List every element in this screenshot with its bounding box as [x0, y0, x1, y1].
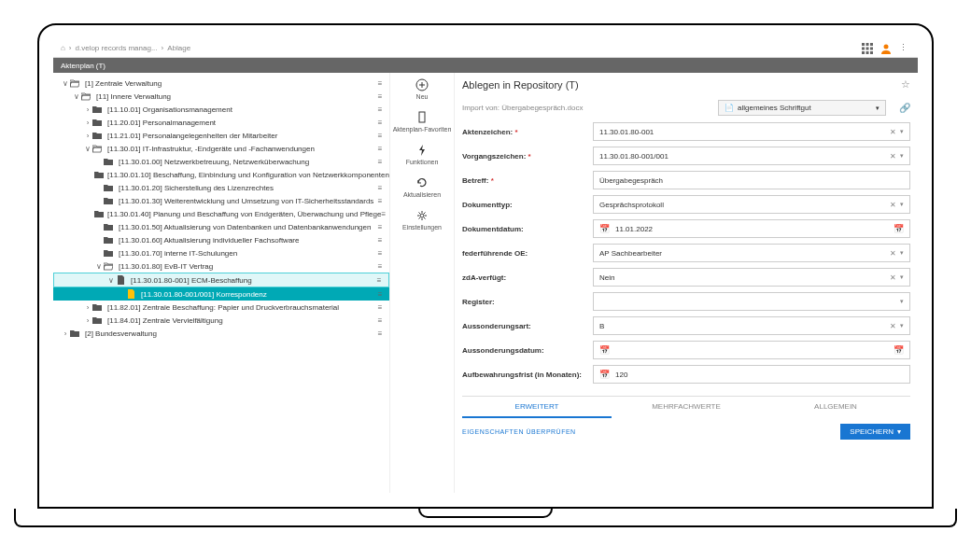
form-input-aufbewahrungsfrist[interactable]: 📅120 [593, 365, 910, 384]
tree-item[interactable]: [11.30.01.30] Weiterentwicklung und Umse… [53, 194, 389, 207]
tree-item[interactable]: ›[11.10.01] Organisationsmanagement≡ [53, 103, 389, 116]
tree-chevron-icon[interactable]: › [83, 316, 92, 325]
tree-menu-icon[interactable]: ≡ [374, 329, 386, 338]
tree-item[interactable]: ›[11.84.01] Zentrale Vervielfältigung≡ [53, 314, 389, 327]
save-button[interactable]: SPEICHERN ▾ [840, 424, 910, 440]
link-icon[interactable]: 🔗 [899, 103, 910, 113]
calendar-icon[interactable]: 📅 [599, 224, 610, 233]
tree-menu-icon[interactable]: ≡ [374, 197, 386, 205]
chevron-down-icon[interactable]: ▾ [900, 249, 904, 257]
tree-item[interactable]: [11.30.01.70] interne IT-Schulungen≡ [53, 246, 389, 259]
breadcrumb-item[interactable]: Ablage [167, 44, 190, 52]
tree-menu-icon[interactable]: ≡ [374, 158, 386, 166]
form-input-betreff[interactable]: Übergabegespräch [593, 171, 910, 189]
action-gear[interactable]: Einstellungen [402, 209, 442, 231]
home-icon[interactable]: ⌂ [61, 44, 65, 52]
form-input-register[interactable]: ▾ [593, 292, 910, 311]
action-refresh[interactable]: Aktualisieren [403, 176, 441, 198]
breadcrumb-item[interactable]: d.velop records manag... [76, 44, 158, 52]
form-input-federfuehrende[interactable]: AP Sachbearbeiter✕▾ [593, 244, 910, 262]
tree-item[interactable]: ∨[11.30.01.80] EvB-IT Vertrag≡ [53, 259, 389, 273]
calendar-icon[interactable]: 📅 [599, 345, 610, 355]
form-input-aussonderungsart[interactable]: B✕▾ [593, 316, 910, 335]
user-icon[interactable] [880, 43, 892, 54]
tree-item[interactable]: [11.30.01.50] Aktualisierung von Datenba… [53, 220, 389, 233]
tree-chevron-icon[interactable]: ∨ [106, 276, 116, 285]
tree-label: [11.21.01] Personalangelegenheiten der M… [107, 132, 374, 140]
tree-item[interactable]: ∨[11.30.01] IT-Infrastruktur, -Endgeräte… [53, 142, 389, 155]
clear-icon[interactable]: ✕ [890, 322, 896, 330]
tree-chevron-icon[interactable]: ∨ [72, 92, 81, 101]
clear-icon[interactable]: ✕ [890, 249, 896, 258]
calendar-icon[interactable]: 📅 [894, 345, 904, 355]
tab-erweitert[interactable]: ERWEITERT [462, 397, 612, 418]
tree-chevron-icon[interactable]: ∨ [61, 79, 70, 88]
tree-menu-icon[interactable]: ≡ [374, 119, 386, 127]
tree-menu-icon[interactable]: ≡ [374, 184, 386, 192]
tree-item[interactable]: [11.30.01.40] Planung und Beschaffung vo… [53, 207, 389, 220]
grid-view-icon[interactable] [862, 43, 873, 54]
input-value: 120 [615, 371, 904, 379]
tree-chevron-icon[interactable]: › [83, 303, 92, 312]
tree-menu-icon[interactable]: ≡ [374, 132, 386, 140]
calendar-icon[interactable]: 📅 [599, 370, 610, 379]
action-bookmark[interactable]: Aktenplan-Favoriten [393, 111, 452, 133]
tree-menu-icon[interactable]: ≡ [374, 249, 386, 258]
chevron-down-icon[interactable]: ▾ [900, 298, 904, 305]
tree-menu-icon[interactable]: ≡ [374, 145, 386, 153]
tree-menu-icon[interactable]: ≡ [373, 276, 385, 285]
action-plus[interactable]: Neu [415, 78, 429, 100]
tab-allgemein[interactable]: ALLGEMEIN [761, 397, 910, 418]
tree-menu-icon[interactable]: ≡ [381, 210, 386, 218]
chevron-down-icon[interactable]: ▾ [900, 322, 904, 329]
tree-chevron-icon[interactable]: ∨ [83, 145, 92, 153]
tree-item[interactable]: ›[2] Bundesverwaltung≡ [53, 327, 389, 340]
form-input-aktenzeichen[interactable]: 11.30.01.80-001✕▾ [593, 122, 910, 141]
tree-item[interactable]: ›[11.21.01] Personalangelegenheiten der … [53, 129, 389, 142]
tree-menu-icon[interactable]: ≡ [374, 290, 386, 299]
chevron-down-icon[interactable]: ▾ [900, 273, 904, 281]
form-input-vorgangszeichen[interactable]: 11.30.01.80-001/001✕▾ [593, 147, 910, 165]
form-input-aussonderungsdatum[interactable]: 📅📅 [593, 341, 910, 359]
tree-menu-icon[interactable]: ≡ [374, 316, 386, 325]
tree-chevron-icon[interactable]: › [83, 105, 92, 114]
chevron-down-icon[interactable]: ▾ [900, 152, 904, 160]
tree-item[interactable]: [11.30.01.20] Sicherstellung des Lizenzr… [53, 181, 389, 194]
tree-item[interactable]: [11.30.01.10] Beschaffung, Einbindung un… [53, 168, 389, 181]
tree-menu-icon[interactable]: ≡ [374, 92, 386, 101]
tree-menu-icon[interactable]: ≡ [374, 223, 386, 231]
tab-mehrfachwerte[interactable]: MEHRFACHWERTE [612, 397, 761, 418]
chevron-down-icon[interactable]: ▾ [900, 128, 904, 135]
form-input-dokumenttyp[interactable]: Gesprächsprotokoll✕▾ [593, 195, 910, 214]
tree-chevron-icon[interactable]: ∨ [94, 262, 104, 271]
tree-chevron-icon[interactable]: › [83, 119, 92, 127]
tree-menu-icon[interactable]: ≡ [374, 262, 386, 271]
tree-menu-icon[interactable]: ≡ [374, 303, 386, 312]
tree-menu-icon[interactable]: ≡ [374, 105, 386, 114]
tree-item[interactable]: ∨[11] Innere Verwaltung≡ [53, 90, 389, 103]
form-input-dokumentdatum[interactable]: 📅11.01.2022📅 [593, 219, 910, 238]
clear-icon[interactable]: ✕ [890, 201, 896, 209]
tree-item[interactable]: [11.30.01.60] Aktualisierung individuell… [53, 233, 389, 246]
tree-chevron-icon[interactable]: › [83, 132, 92, 140]
tree-menu-icon[interactable]: ≡ [374, 236, 386, 245]
tree-chevron-icon[interactable]: › [61, 329, 70, 338]
calendar-icon[interactable]: 📅 [894, 224, 904, 233]
clear-icon[interactable]: ✕ [890, 128, 896, 136]
tree-item[interactable]: [11.30.01.00] Netzwerkbetreuung, Netzwer… [53, 155, 389, 168]
import-type-select[interactable]: 📄 allgemeines Schriftgut ▾ [718, 100, 886, 116]
tree-item[interactable]: ∨[11.30.01.80-001] ECM-Beschaffung≡ [53, 273, 389, 287]
check-properties-link[interactable]: EIGENSCHAFTEN ÜBERPRÜFEN [462, 428, 576, 435]
clear-icon[interactable]: ✕ [890, 152, 896, 161]
tree-item[interactable]: ∨[1] Zentrale Verwaltung≡ [53, 77, 389, 90]
form-input-zda[interactable]: Nein✕▾ [593, 268, 910, 287]
menu-icon[interactable]: ⋮ [899, 43, 910, 54]
clear-icon[interactable]: ✕ [890, 273, 896, 282]
tree-item[interactable]: ›[11.82.01] Zentrale Beschaffung: Papier… [53, 301, 389, 314]
tree-item[interactable]: [11.30.01.80-001/001] Korrespondenz≡ [53, 287, 389, 301]
chevron-down-icon[interactable]: ▾ [900, 201, 904, 208]
tree-item[interactable]: ›[11.20.01] Personalmanagement≡ [53, 116, 389, 129]
tree-menu-icon[interactable]: ≡ [374, 79, 386, 88]
favorite-icon[interactable]: ☆ [901, 78, 910, 91]
action-bolt[interactable]: Funktionen [406, 144, 439, 165]
